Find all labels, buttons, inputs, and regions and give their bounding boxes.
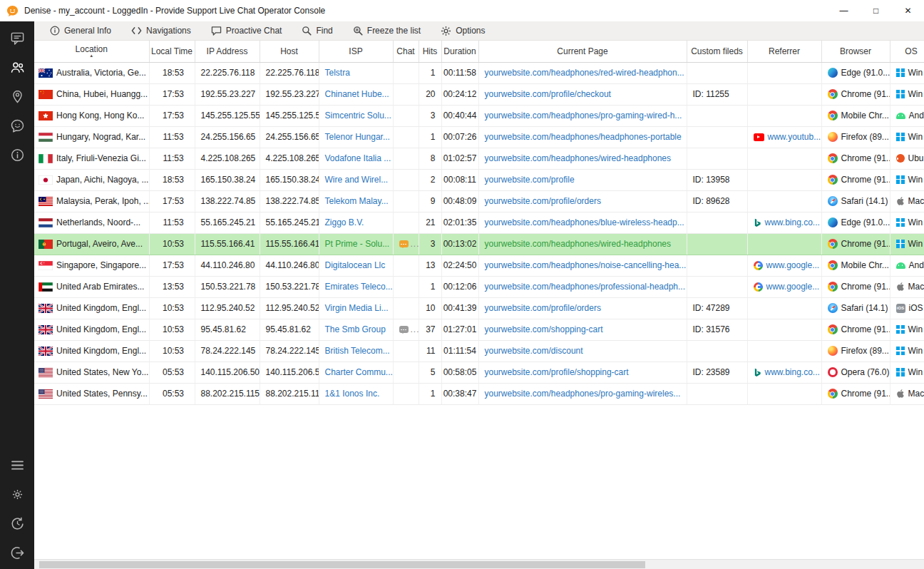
visitor-row[interactable]: Italy, Friuli-Venezia Gi...11:534.225.10… [34, 148, 924, 169]
horizontal-scrollbar[interactable] [34, 559, 924, 569]
isp-link[interactable]: Charter Commu... [325, 367, 393, 377]
column-header-ip-address[interactable]: IP Address [195, 41, 260, 62]
ip-address-cell: 44.110.246.80 [195, 255, 260, 276]
isp-link[interactable]: Virgin Media Li... [325, 303, 389, 313]
isp-link[interactable]: British Telecom... [325, 346, 390, 356]
current-page-link[interactable]: yourwebsite.com/headphones/wired-headpho… [485, 153, 672, 163]
isp-link[interactable]: Ziggo B.V. [325, 217, 364, 227]
location-text: Portugal, Aveiro, Ave... [56, 239, 143, 249]
current-page-link[interactable]: yourwebsite.com/headphones/pro-gaming-wi… [485, 389, 681, 399]
isp-link[interactable]: Vodafone Italia ... [325, 153, 391, 163]
toolbar-button-find[interactable]: Find [292, 21, 342, 40]
hits-cell: 3 [419, 105, 441, 126]
isp-link[interactable]: Pt Prime - Solu... [325, 239, 390, 249]
referrer-link[interactable]: www.google... [766, 260, 820, 270]
sidebar-item-geo-location[interactable] [0, 82, 34, 111]
visitor-row[interactable]: Portugal, Aveiro, Ave...10:53115.55.166.… [34, 233, 924, 255]
isp-link[interactable]: Telekom Malay... [325, 196, 389, 206]
visitor-row[interactable]: Malaysia, Perak, Ipoh, ...17:53138.222.7… [34, 190, 924, 212]
visitor-row[interactable]: Hong Kong, Hong Ko...17:53145.255.125.55… [34, 105, 924, 126]
visitor-row[interactable]: United Kingdom, Engl...10:53112.95.240.5… [34, 297, 924, 319]
isp-link[interactable]: Telstra [325, 68, 350, 78]
referrer-link[interactable]: www.bing.co... [765, 217, 820, 227]
referrer-link[interactable]: www.youtub... [768, 132, 821, 142]
current-page-link[interactable]: yourwebsite.com/profile/shopping-cart [485, 367, 629, 377]
current-page-link[interactable]: yourwebsite.com/headphones/headphones-po… [485, 132, 682, 142]
chat-cell: ... [393, 319, 419, 340]
flag-gb-icon [38, 304, 53, 313]
sidebar-item-settings[interactable] [0, 480, 34, 509]
visitor-row[interactable]: China, Hubei, Huangg...17:53192.55.23.22… [34, 83, 924, 105]
column-header-hits[interactable]: Hits [419, 41, 441, 62]
current-page-link[interactable]: yourwebsite.com/headphones/professional-… [485, 282, 686, 292]
column-header-referrer[interactable]: Referrer [747, 41, 821, 62]
column-header-isp[interactable]: ISP [319, 41, 393, 62]
maximize-button[interactable]: □ [860, 0, 892, 21]
minimize-button[interactable]: — [828, 0, 860, 21]
visitor-row[interactable]: Japan, Aichi, Nagoya, ...18:53165.150.38… [34, 169, 924, 190]
duration-cell: 00:08:11 [441, 169, 478, 190]
sidebar-item-chats[interactable] [0, 24, 34, 53]
column-header-current-page[interactable]: Current Page [478, 41, 687, 62]
sidebar-item-menu[interactable] [0, 451, 34, 480]
current-page-link[interactable]: yourwebsite.com/headphones/pro-gaming-wi… [485, 111, 682, 121]
toolbar-button-proactive-chat[interactable]: Proactive Chat [201, 21, 292, 40]
column-header-local-time[interactable]: Local Time [149, 41, 195, 62]
column-header-chat[interactable]: Chat [393, 41, 419, 62]
current-page-link[interactable]: yourwebsite.com/discount [485, 346, 583, 356]
referrer-link[interactable]: www.google... [766, 282, 820, 292]
toolbar-button-general-info[interactable]: General Info [40, 21, 121, 40]
visitor-row[interactable]: United Kingdom, Engl...10:5395.45.81.629… [34, 319, 924, 340]
visitor-row[interactable]: Netherlands, Noord-...11:5355.165.245.21… [34, 212, 924, 233]
toolbar-button-navigations[interactable]: Navigations [121, 21, 201, 40]
current-page-link[interactable]: yourwebsite.com/headphones/red-wired-hea… [485, 68, 684, 78]
visitor-row[interactable]: United Arab Emirates...13:53150.53.221.7… [34, 276, 924, 297]
close-button[interactable]: ✕ [892, 0, 924, 21]
toolbar-button-freeze-the-list[interactable]: Freeze the list [343, 21, 431, 40]
column-header-custom-fileds[interactable]: Custom fileds [687, 41, 747, 62]
sort-asc-icon: ▲ [89, 54, 93, 58]
current-page-link[interactable]: yourwebsite.com/headphones/wired-headpho… [485, 239, 672, 249]
location-text: Australia, Victoria, Ge... [56, 68, 146, 78]
column-header-location[interactable]: Location▲ [34, 41, 149, 62]
menu-icon [11, 460, 24, 471]
os-ios-icon: iOS [896, 304, 905, 313]
isp-link[interactable]: Emirates Teleco... [325, 282, 393, 292]
isp-link[interactable]: Telenor Hungar... [325, 132, 390, 142]
visitor-row[interactable]: United Kingdom, Engl...10:5378.24.222.14… [34, 340, 924, 362]
current-page-link[interactable]: yourwebsite.com/profile [485, 175, 575, 185]
local-time-cell: 17:53 [149, 190, 195, 212]
column-header-host[interactable]: Host [260, 41, 319, 62]
current-page-link[interactable]: yourwebsite.com/headphones/blue-wireless… [485, 217, 684, 227]
current-page-link[interactable]: yourwebsite.com/profile/checkout [485, 89, 611, 99]
isp-link[interactable]: 1&1 Ionos Inc. [325, 389, 380, 399]
sidebar-item-visitors[interactable] [0, 53, 34, 82]
visitor-row[interactable]: Hungary, Nograd, Kar...11:5324.255.156.6… [34, 126, 924, 148]
isp-link[interactable]: The Smb Group [325, 324, 386, 334]
visitor-row[interactable]: Singapore, Singapore...17:5344.110.246.8… [34, 255, 924, 276]
isp-link[interactable]: Digitalocean Llc [325, 260, 386, 270]
current-page-link[interactable]: yourwebsite.com/profile/orders [485, 196, 601, 206]
sidebar-item-refresh[interactable] [0, 509, 34, 538]
isp-cell: Telekom Malay... [319, 190, 393, 212]
column-header-os[interactable]: OS [890, 41, 924, 62]
isp-link[interactable]: Simcentric Solu... [325, 111, 391, 121]
current-page-link[interactable]: yourwebsite.com/headphones/noise-cancell… [485, 260, 687, 270]
sidebar-item-system-info[interactable] [0, 140, 34, 170]
current-page-link[interactable]: yourwebsite.com/shopping-cart [485, 324, 603, 334]
isp-link[interactable]: Chinanet Hube... [325, 89, 389, 99]
toolbar-button-options[interactable]: Options [431, 21, 495, 40]
sidebar-item-logout[interactable] [0, 538, 34, 568]
current-page-link[interactable]: yourwebsite.com/profile/orders [485, 303, 601, 313]
isp-link[interactable]: Wire and Wirel... [325, 175, 389, 185]
horizontal-scrollbar-thumb[interactable] [39, 561, 645, 568]
column-header-duration[interactable]: Duration [441, 41, 478, 62]
visitor-row[interactable]: United States, Pennsy...05:5388.202.215.… [34, 383, 924, 404]
browser-text: Chrome (91... [841, 89, 890, 99]
sidebar-item-proactive[interactable] [0, 111, 34, 140]
visitor-row[interactable]: Australia, Victoria, Ge...18:5322.225.76… [34, 62, 924, 83]
visitor-row[interactable]: United States, New Yo...05:53140.115.206… [34, 362, 924, 383]
column-header-browser[interactable]: Browser [821, 41, 890, 62]
referrer-link[interactable]: www.bing.co... [765, 367, 820, 377]
browser-text: Chrome (91... [841, 324, 890, 334]
